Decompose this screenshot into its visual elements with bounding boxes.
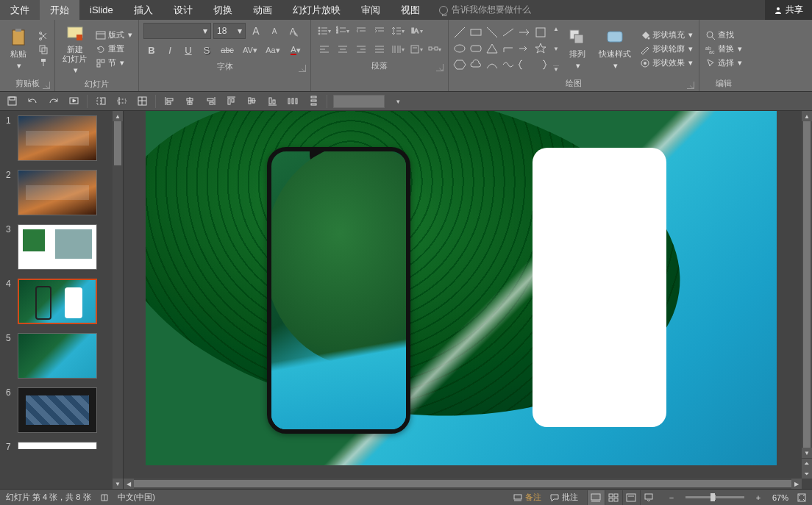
replace-button[interactable]: abac替换▾ xyxy=(702,42,745,56)
bullets-button[interactable]: ▾ xyxy=(316,23,333,39)
gallery-more[interactable]: ▼ xyxy=(553,65,559,73)
menu-islide[interactable]: iSlide xyxy=(79,0,124,20)
zoom-out-button[interactable]: − xyxy=(666,493,677,502)
numbering-button[interactable]: 12▾ xyxy=(334,23,352,39)
strike-button[interactable]: abc xyxy=(217,42,238,58)
reading-view-button[interactable] xyxy=(622,490,640,505)
copy-button[interactable] xyxy=(35,43,51,56)
qat-start[interactable] xyxy=(66,94,81,109)
gallery-down[interactable]: ▼ xyxy=(553,46,559,52)
zoom-level[interactable]: 67% xyxy=(772,493,788,502)
shapes-gallery[interactable] xyxy=(452,24,550,74)
spell-check[interactable] xyxy=(100,493,109,502)
font-launcher[interactable] xyxy=(299,65,306,72)
paste-button[interactable]: 粘贴 ▾ xyxy=(3,26,34,71)
slide-thumb-7[interactable]: 7 xyxy=(0,437,110,456)
find-button[interactable]: 查找 xyxy=(702,28,745,42)
scroll-down-icon[interactable]: ▼ xyxy=(802,448,812,458)
menu-transition[interactable]: 切换 xyxy=(203,0,243,20)
slide-thumb-6[interactable]: 6 xyxy=(0,383,110,437)
thumbnail-list[interactable]: 1 2 3 4 5 6 7 xyxy=(0,111,113,489)
reset-button[interactable]: 重置 xyxy=(93,42,135,56)
cut-button[interactable] xyxy=(35,29,51,43)
notes-button[interactable]: 备注 xyxy=(513,492,541,503)
zoom-handle[interactable] xyxy=(710,493,715,501)
canvas-hscrollbar[interactable]: ◀ ▶ xyxy=(124,479,802,489)
share-button[interactable]: 共享 xyxy=(765,0,812,20)
font-name-combo[interactable]: ▾ xyxy=(143,23,211,39)
scroll-right-icon[interactable]: ▶ xyxy=(791,479,802,489)
shape-fill-button[interactable]: 形状填充▾ xyxy=(637,28,696,42)
align-left-button[interactable] xyxy=(316,41,333,57)
language-status[interactable]: 中文(中国) xyxy=(118,492,155,503)
phone-mockup[interactable] xyxy=(267,147,410,434)
menu-file[interactable]: 文件 xyxy=(0,0,40,20)
text-direction-button[interactable]: ⅡA▾ xyxy=(407,23,425,39)
menu-slideshow[interactable]: 幻灯片放映 xyxy=(282,0,351,20)
menu-home[interactable]: 开始 xyxy=(40,0,79,20)
scroll-thumb[interactable] xyxy=(803,121,811,448)
slide-canvas[interactable] xyxy=(146,111,777,465)
section-button[interactable]: 节▾ xyxy=(93,56,135,70)
scroll-down-icon[interactable]: ▼ xyxy=(113,479,123,489)
qat-dist-h[interactable] xyxy=(285,94,300,109)
align-right-button[interactable] xyxy=(352,41,370,57)
prev-slide-icon[interactable]: ⏶ xyxy=(802,458,812,468)
next-slide-icon[interactable]: ⏷ xyxy=(802,468,812,479)
scroll-thumb[interactable] xyxy=(114,121,121,165)
slide-counter[interactable]: 幻灯片 第 4 张，共 8 张 xyxy=(6,492,91,503)
gallery-up[interactable]: ▲ xyxy=(553,26,559,32)
char-spacing-button[interactable]: AV▾ xyxy=(240,42,260,58)
qat-undo[interactable] xyxy=(25,94,40,109)
thumb-scrollbar[interactable]: ▲ ▼ xyxy=(113,111,123,489)
qat-dropdown[interactable]: ▾ xyxy=(391,94,405,109)
zoom-slider[interactable] xyxy=(685,496,744,498)
increase-indent-button[interactable] xyxy=(371,23,388,39)
font-color-button[interactable]: A▾ xyxy=(285,42,306,58)
align-center-button[interactable] xyxy=(334,41,352,57)
clipboard-launcher[interactable] xyxy=(43,82,50,89)
select-button[interactable]: 选择▾ xyxy=(702,56,745,70)
slideshow-view-button[interactable] xyxy=(640,490,658,505)
menu-insert[interactable]: 插入 xyxy=(124,0,163,20)
menu-design[interactable]: 设计 xyxy=(163,0,203,20)
qat-save[interactable] xyxy=(4,94,19,109)
scroll-up-icon[interactable]: ▲ xyxy=(113,111,123,121)
slide-thumb-1[interactable]: 1 xyxy=(0,111,110,165)
change-case-button[interactable]: Aa▾ xyxy=(263,42,283,58)
shape-outline-button[interactable]: 形状轮廓▾ xyxy=(637,42,696,56)
white-card-shape[interactable] xyxy=(533,148,666,427)
line-spacing-button[interactable]: ▾ xyxy=(389,23,407,39)
menu-review[interactable]: 审阅 xyxy=(351,0,391,20)
italic-button[interactable]: I xyxy=(162,42,178,58)
columns-button[interactable]: ▾ xyxy=(389,41,407,57)
shadow-button[interactable]: S xyxy=(199,42,215,58)
paragraph-launcher[interactable] xyxy=(436,64,444,71)
slide-thumb-5[interactable]: 5 xyxy=(0,329,110,383)
sorter-view-button[interactable] xyxy=(605,490,622,505)
format-painter-button[interactable] xyxy=(35,56,51,69)
zoom-in-button[interactable]: + xyxy=(753,493,763,502)
qat-align-4[interactable] xyxy=(224,94,238,109)
scroll-thumb[interactable] xyxy=(134,480,791,487)
qat-align-6[interactable] xyxy=(265,94,279,109)
align-text-button[interactable]: ▾ xyxy=(407,41,425,57)
qat-align-5[interactable] xyxy=(244,94,259,109)
normal-view-button[interactable] xyxy=(587,490,605,505)
arrange-button[interactable]: 排列▾ xyxy=(562,26,593,71)
slide-thumb-3[interactable]: 3 xyxy=(0,220,110,274)
qat-color-swatch[interactable] xyxy=(333,95,385,108)
scroll-up-icon[interactable]: ▲ xyxy=(802,111,812,121)
underline-button[interactable]: U xyxy=(180,42,196,58)
canvas-vscrollbar[interactable]: ▲ ▼ ⏶ ⏷ xyxy=(802,111,812,479)
slide-thumb-4[interactable]: 4 xyxy=(0,274,110,329)
qat-align-3[interactable] xyxy=(203,94,218,109)
font-size-combo[interactable]: 18▾ xyxy=(213,23,246,39)
menu-animation[interactable]: 动画 xyxy=(243,0,282,20)
quick-styles-button[interactable]: 快速样式▾ xyxy=(594,26,635,71)
shape-effects-button[interactable]: 形状效果▾ xyxy=(637,56,696,70)
shrink-font-button[interactable]: A xyxy=(266,23,282,39)
menu-view[interactable]: 视图 xyxy=(391,0,430,20)
scroll-left-icon[interactable]: ◀ xyxy=(124,479,134,489)
comments-button[interactable]: 批注 xyxy=(550,492,578,503)
